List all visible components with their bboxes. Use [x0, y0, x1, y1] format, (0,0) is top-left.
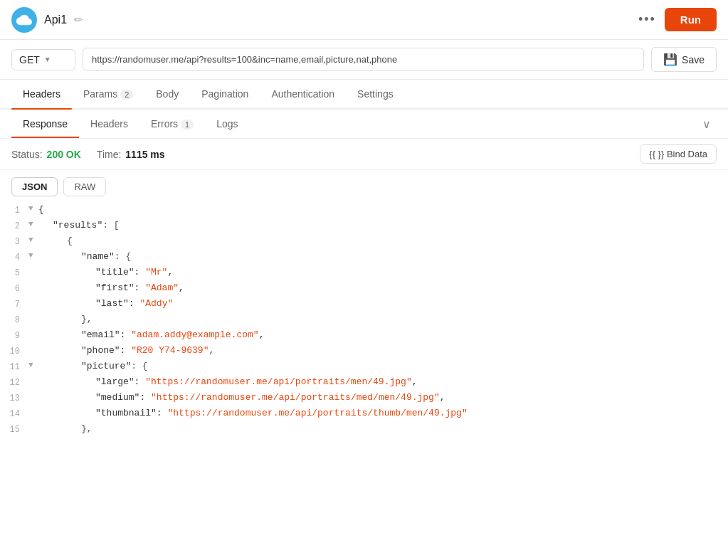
bind-data-button[interactable]: {{ }} Bind Data	[640, 144, 717, 164]
json-content: "thumbnail": "https://randomuser.me/api/…	[38, 408, 468, 418]
chevron-down-icon: ▼	[44, 56, 51, 63]
line-number: 11	[0, 361, 28, 372]
method-select[interactable]: GET ▼	[11, 49, 75, 70]
request-tab-authentication[interactable]: Authentication	[260, 80, 346, 108]
json-content: "large": "https://randomuser.me/api/port…	[38, 376, 418, 387]
response-tab-headers[interactable]: Headers	[79, 110, 139, 138]
fold-button[interactable]: ▼	[28, 220, 36, 228]
request-tab-headers[interactable]: Headers	[11, 80, 72, 108]
request-tab-params[interactable]: Params2	[72, 80, 144, 108]
json-line: 5"title": "Mr",	[0, 266, 728, 282]
tab-badge-params: 2	[120, 90, 133, 100]
response-tab-errors[interactable]: Errors1	[139, 110, 205, 138]
json-line: 6"first": "Adam",	[0, 282, 728, 297]
line-number: 5	[0, 267, 28, 278]
app-name: Api1	[44, 14, 67, 26]
json-line: 13"medium": "https://randomuser.me/api/p…	[0, 391, 728, 407]
line-number: 6	[0, 282, 28, 294]
json-content: "email": "adam.addy@example.com",	[38, 329, 264, 340]
line-number: 10	[0, 345, 28, 356]
save-icon: 💾	[663, 53, 677, 66]
json-line: 12"large": "https://randomuser.me/api/po…	[0, 376, 728, 391]
json-content: "title": "Mr",	[38, 267, 173, 278]
json-line: 3▼{	[0, 235, 728, 250]
fold-button[interactable]: ▼	[28, 361, 36, 369]
line-number: 8	[0, 314, 28, 325]
response-section: ResponseHeadersErrors1Logs∨	[0, 110, 728, 139]
json-content: "results": [	[38, 220, 120, 231]
request-tab-body[interactable]: Body	[144, 80, 190, 108]
line-number: 3	[0, 236, 28, 247]
save-label: Save	[682, 54, 705, 65]
time-value: 1115 ms	[125, 149, 164, 160]
format-tabs: JSONRAW	[0, 170, 728, 204]
request-tab-pagination[interactable]: Pagination	[190, 80, 260, 108]
json-content: "last": "Addy"	[38, 298, 173, 309]
edit-icon[interactable]: ✏	[74, 14, 83, 26]
line-number: 4	[0, 251, 28, 263]
top-bar: Api1 ✏ ••• Run	[0, 0, 728, 40]
json-line: 10"phone": "R20 Y74-9639",	[0, 344, 728, 360]
json-viewer: 1▼{2▼"results": [3▼{4▼"name": {5"title":…	[0, 204, 728, 453]
json-line: 1▼{	[0, 204, 728, 219]
line-number: 15	[0, 423, 28, 435]
json-line: 2▼"results": [	[0, 219, 728, 235]
app-logo	[11, 7, 37, 33]
json-content: },	[38, 314, 93, 324]
json-line: 14"thumbnail": "https://randomuser.me/ap…	[0, 407, 728, 423]
json-line: 7"last": "Addy"	[0, 297, 728, 313]
fold-button[interactable]: ▼	[28, 204, 36, 213]
fold-button[interactable]: ▼	[28, 236, 36, 244]
status-value: 200 OK	[47, 149, 81, 160]
json-line: 9"email": "adam.addy@example.com",	[0, 329, 728, 344]
request-tab-settings[interactable]: Settings	[346, 80, 405, 108]
json-line: 4▼"name": {	[0, 250, 728, 266]
response-tab-logs[interactable]: Logs	[205, 110, 249, 138]
status-bar: Status: 200 OK Time: 1115 ms {{ }} Bind …	[0, 139, 728, 170]
json-content: "medium": "https://randomuser.me/api/por…	[38, 392, 445, 403]
json-content: "name": {	[38, 251, 131, 262]
line-number: 9	[0, 329, 28, 341]
line-number: 12	[0, 376, 28, 388]
json-content: "picture": {	[38, 361, 148, 371]
format-tab-json[interactable]: JSON	[11, 177, 58, 196]
url-input[interactable]	[83, 48, 644, 71]
response-tab-response[interactable]: Response	[11, 110, 79, 138]
json-content: {	[38, 204, 44, 215]
line-number: 13	[0, 392, 28, 403]
line-number: 7	[0, 298, 28, 310]
error-badge: 1	[181, 120, 194, 130]
json-line: 11▼"picture": {	[0, 360, 728, 376]
save-button[interactable]: 💾 Save	[651, 47, 717, 72]
request-tabs: HeadersParams2BodyPaginationAuthenticati…	[0, 80, 728, 110]
method-value: GET	[19, 54, 40, 65]
response-tabs-bar: ResponseHeadersErrors1Logs∨	[0, 110, 728, 138]
format-tab-raw[interactable]: RAW	[63, 177, 106, 196]
json-content: {	[38, 236, 73, 246]
collapse-button[interactable]: ∨	[697, 112, 717, 137]
url-bar: GET ▼ 💾 Save	[0, 40, 728, 80]
json-line: 15},	[0, 423, 728, 438]
line-number: 1	[0, 204, 28, 216]
cloud-icon	[16, 12, 32, 28]
line-number: 14	[0, 408, 28, 419]
line-number: 2	[0, 220, 28, 231]
time-label: Time:	[97, 149, 121, 160]
json-content: "phone": "R20 Y74-9639",	[38, 345, 214, 356]
json-content: "first": "Adam",	[38, 282, 184, 293]
run-button[interactable]: Run	[665, 8, 717, 31]
json-content: },	[38, 423, 93, 434]
status-label: Status:	[11, 149, 43, 160]
json-line: 8},	[0, 313, 728, 329]
more-options-button[interactable]: •••	[638, 12, 656, 27]
fold-button[interactable]: ▼	[28, 251, 36, 260]
